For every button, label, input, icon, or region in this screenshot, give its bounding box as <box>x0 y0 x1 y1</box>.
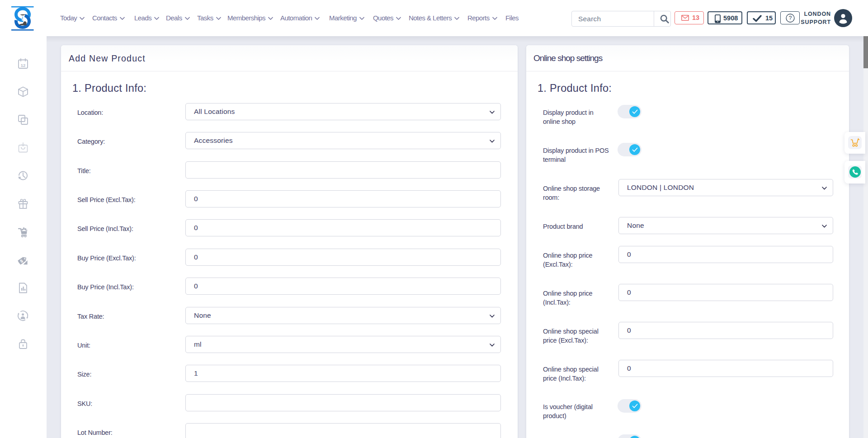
svg-text:12: 12 <box>21 63 26 68</box>
